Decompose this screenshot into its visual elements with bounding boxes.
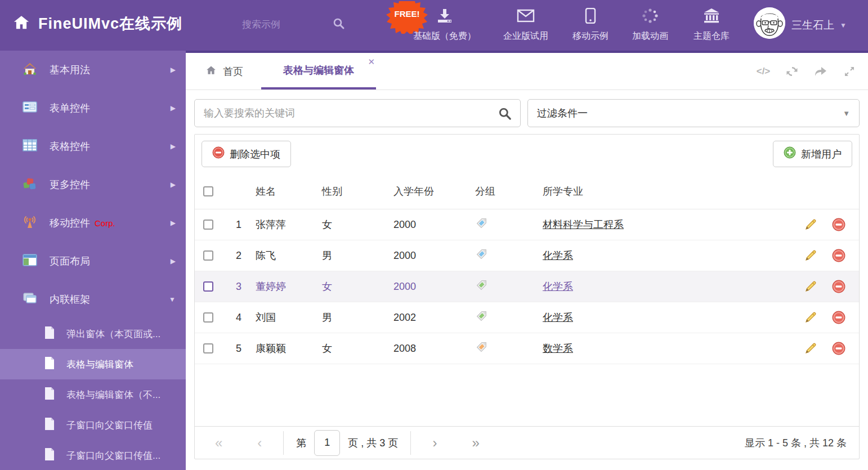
keyword-search-field[interactable]	[194, 99, 521, 127]
sidebar-item-basic-usage[interactable]: 基本用法 ▶	[0, 51, 186, 89]
major-link[interactable]: 化学系	[543, 312, 573, 323]
sidebar: 基本用法 ▶ 表单控件 ▶ 表格控件 ▶ 更多控件 ▶	[0, 51, 186, 470]
delete-icon[interactable]	[832, 218, 845, 231]
row-checkbox[interactable]	[203, 281, 213, 292]
edit-icon[interactable]	[804, 218, 817, 231]
tab-grid-edit-window[interactable]: 表格与编辑窗体 ✕	[261, 53, 376, 89]
last-page-button[interactable]: »	[472, 436, 479, 450]
delete-icon[interactable]	[832, 342, 845, 355]
sidebar-item-iframe[interactable]: 内联框架 ▼	[0, 280, 186, 319]
filter-dropdown[interactable]: 过滤条件一 ▼	[527, 99, 860, 127]
select-all-checkbox[interactable]	[203, 186, 213, 196]
tab-home[interactable]: 首页	[205, 53, 243, 89]
table-row[interactable]: 3 董婷婷 女 2000 化学系	[195, 271, 859, 302]
row-number: 2	[222, 250, 256, 262]
sidebar-item-page-layout[interactable]: 页面布局 ▶	[0, 242, 186, 280]
delete-icon[interactable]	[832, 249, 845, 262]
search-icon[interactable]	[498, 106, 512, 123]
search-icon[interactable]	[332, 17, 346, 33]
close-icon[interactable]: ✕	[368, 57, 375, 67]
column-gender[interactable]: 性别	[322, 185, 393, 198]
row-checkbox[interactable]	[203, 250, 213, 261]
row-checkbox[interactable]	[203, 343, 213, 353]
header-search[interactable]	[242, 17, 360, 33]
sidebar-subitem-grid-edit-window[interactable]: 表格与编辑窗体	[0, 349, 186, 379]
edit-icon[interactable]	[804, 280, 817, 293]
nav-basic-edition[interactable]: 基础版（免费）	[413, 8, 476, 42]
tag-icon	[475, 341, 488, 353]
cell-gender: 女	[322, 342, 393, 355]
row-checkbox[interactable]	[203, 220, 213, 230]
sidebar-subitem-grid-edit-window-2[interactable]: 表格与编辑窗体（不...	[0, 379, 186, 410]
house-icon	[23, 62, 37, 78]
spinner-icon	[642, 8, 659, 26]
row-number: 3	[222, 281, 256, 293]
app-header: FineUIMvc在线示例 FREE! 基础版（免费） 企业版试用 移动示例	[0, 0, 868, 51]
keyword-search-input[interactable]	[204, 108, 492, 119]
delete-selected-button[interactable]: 删除选中项	[202, 141, 291, 167]
column-year[interactable]: 入学年份	[393, 185, 475, 198]
delete-icon[interactable]	[832, 311, 845, 324]
tag-icon	[475, 310, 488, 323]
nav-enterprise-trial[interactable]: 企业版试用	[503, 8, 548, 42]
table-header: 姓名 性别 入学年份 分组 所学专业	[195, 173, 859, 209]
column-major[interactable]: 所学专业	[543, 185, 790, 198]
sidebar-item-more-controls[interactable]: 更多控件 ▶	[0, 165, 186, 204]
corp-badge: Corp.	[95, 218, 115, 228]
grid-toolbar: 删除选中项 新增用户	[195, 135, 859, 173]
tag-icon	[475, 279, 488, 292]
frames-icon	[23, 292, 37, 307]
nav-theme-store[interactable]: 主题仓库	[693, 8, 730, 42]
prev-page-button[interactable]: ‹	[257, 436, 262, 450]
sidebar-subitem-child-to-parent[interactable]: 子窗口向父窗口传值	[0, 410, 186, 440]
table-row[interactable]: 1 张萍萍 女 2000 材料科学与工程系	[195, 209, 859, 240]
column-group[interactable]: 分组	[475, 185, 543, 198]
brand[interactable]: FineUIMvc在线示例	[12, 14, 182, 34]
page-number-input[interactable]	[314, 430, 340, 456]
download-icon	[436, 8, 453, 26]
row-number: 4	[222, 312, 256, 324]
refresh-icon[interactable]	[785, 64, 799, 79]
cell-year: 2000	[393, 250, 475, 262]
table-row[interactable]: 4 刘国 男 2002 化学系	[195, 302, 859, 333]
header-search-input[interactable]	[242, 19, 332, 30]
major-link[interactable]: 化学系	[543, 281, 573, 292]
sidebar-item-mobile-controls[interactable]: 移动控件 Corp. ▶	[0, 204, 186, 242]
edit-icon[interactable]	[804, 342, 817, 355]
sidebar-subitem-child-to-parent-2[interactable]: 子窗口向父窗口传值...	[0, 440, 186, 470]
major-link[interactable]: 化学系	[543, 250, 573, 261]
expand-icon[interactable]	[842, 64, 857, 79]
edit-icon[interactable]	[804, 311, 817, 324]
blocks-icon	[23, 177, 37, 193]
cell-name: 陈飞	[256, 249, 322, 262]
nav-mobile-demo[interactable]: 移动示例	[572, 8, 609, 42]
column-name[interactable]: 姓名	[256, 185, 322, 198]
sidebar-item-form-controls[interactable]: 表单控件 ▶	[0, 89, 186, 127]
mobile-icon	[585, 8, 596, 26]
table-row[interactable]: 2 陈飞 男 2000 化学系	[195, 240, 859, 271]
sidebar-item-grid-controls[interactable]: 表格控件 ▶	[0, 127, 186, 165]
first-page-button[interactable]: «	[215, 436, 222, 450]
minus-circle-icon	[212, 146, 225, 162]
major-link[interactable]: 材料科学与工程系	[543, 219, 624, 230]
major-link[interactable]: 数学系	[543, 343, 573, 354]
cell-year: 2000	[393, 281, 475, 293]
code-icon[interactable]: </>	[756, 64, 771, 79]
chevron-right-icon: ▶	[171, 181, 176, 189]
nav-loading-animation[interactable]: 加载动画	[632, 8, 668, 42]
next-page-button[interactable]: ›	[432, 436, 437, 450]
share-icon[interactable]	[813, 64, 828, 79]
avatar[interactable]	[754, 7, 785, 39]
chevron-right-icon: ▶	[171, 66, 176, 74]
table-row[interactable]: 5 康颖颖 女 2008 数学系	[195, 333, 859, 364]
delete-icon[interactable]	[832, 280, 845, 293]
cell-name: 刘国	[256, 311, 322, 324]
chevron-right-icon: ▶	[171, 257, 176, 265]
sidebar-subitem-popup-window[interactable]: 弹出窗体（本页面或...	[0, 319, 186, 349]
cell-name: 董婷婷	[256, 280, 322, 293]
user-menu[interactable]: 三生石上 ▼	[791, 18, 847, 33]
edit-icon[interactable]	[804, 249, 817, 262]
cell-name: 张萍萍	[256, 218, 322, 231]
row-checkbox[interactable]	[203, 312, 213, 323]
add-user-button[interactable]: 新增用户	[773, 141, 852, 167]
